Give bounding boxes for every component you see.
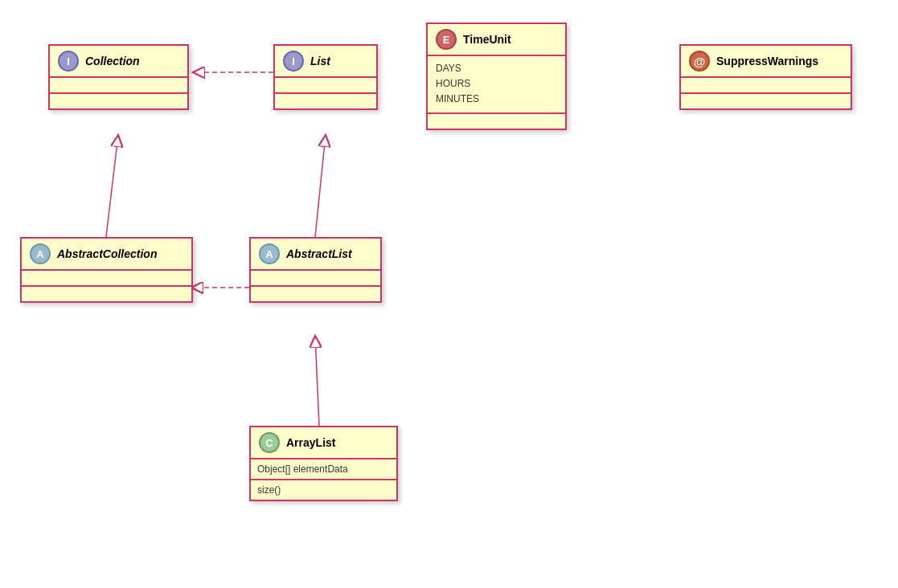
abstractlist-header: A AbstractList [251, 239, 380, 271]
timeunit-entries: DAYS HOURS MINUTES [428, 56, 565, 114]
arraylist-icon: C [259, 432, 280, 453]
timeunit-section2 [428, 114, 565, 129]
diagram-container: I Collection I List E TimeUnit DAYS HOUR… [0, 0, 898, 588]
arraylist-methods: size() [251, 480, 396, 500]
list-box: I List [273, 44, 378, 110]
timeunit-minutes: MINUTES [436, 92, 557, 107]
abstractcollection-header: A AbstractCollection [22, 239, 191, 271]
suppresswarnings-icon: @ [689, 51, 710, 71]
abstractlist-icon: A [259, 243, 280, 264]
list-icon: I [283, 51, 304, 71]
abstractlist-section1 [251, 271, 380, 287]
timeunit-name: TimeUnit [463, 33, 511, 46]
arraylist-box: C ArrayList Object[] elementData size() [249, 426, 398, 501]
abstractlist-name: AbstractList [286, 247, 352, 260]
list-name: List [310, 55, 330, 67]
timeunit-hours: HOURS [436, 76, 557, 92]
abstractcollection-section1 [22, 271, 191, 287]
arraylist-to-abstractlist-arrow [315, 336, 319, 426]
arraylist-header: C ArrayList [251, 427, 396, 459]
list-header: I List [275, 46, 376, 78]
timeunit-header: E TimeUnit [428, 24, 565, 56]
collection-section2 [50, 94, 187, 108]
arraylist-name: ArrayList [286, 436, 335, 449]
abstractcollection-box: A AbstractCollection [20, 237, 193, 303]
timeunit-box: E TimeUnit DAYS HOURS MINUTES [426, 22, 567, 130]
abstractlist-section2 [251, 287, 380, 301]
suppresswarnings-header: @ SuppressWarnings [681, 46, 851, 78]
arraylist-fields: Object[] elementData [251, 459, 396, 480]
suppresswarnings-name: SuppressWarnings [716, 55, 818, 67]
abstractlist-box: A AbstractList [249, 237, 382, 303]
collection-icon: I [58, 51, 79, 71]
abstractcollection-icon: A [30, 243, 51, 264]
collection-box: I Collection [48, 44, 189, 110]
list-section2 [275, 94, 376, 108]
suppresswarnings-section1 [681, 78, 851, 94]
list-section1 [275, 78, 376, 94]
abstractcollection-section2 [22, 287, 191, 301]
suppresswarnings-section2 [681, 94, 851, 108]
collection-name: Collection [85, 55, 140, 67]
abstractcollection-to-collection-arrow [106, 135, 118, 237]
timeunit-days: DAYS [436, 61, 557, 76]
abstractlist-to-list-arrow [315, 135, 326, 237]
timeunit-icon: E [436, 29, 457, 50]
suppresswarnings-box: @ SuppressWarnings [679, 44, 852, 110]
collection-section1 [50, 78, 187, 94]
abstractcollection-name: AbstractCollection [57, 247, 157, 260]
collection-header: I Collection [50, 46, 187, 78]
